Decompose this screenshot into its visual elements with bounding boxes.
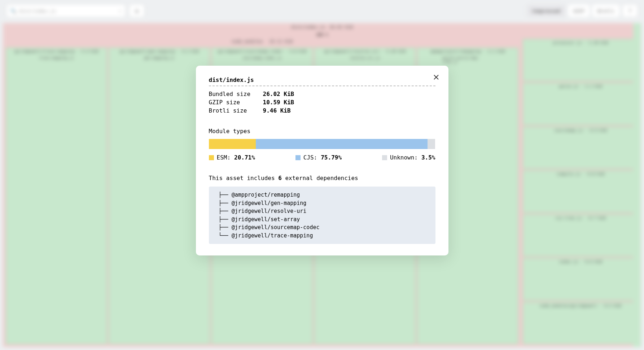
legend-item: ESM: 20.71% <box>209 154 255 161</box>
module-types-label: Module types <box>209 128 435 135</box>
size-label: Brotli size <box>209 107 263 114</box>
legend-item: Unknown: 3.5% <box>382 154 435 161</box>
root-name: dist/index.js <box>291 25 325 30</box>
treemap-box[interactable]: compile.js · 0.8 KiB <box>523 170 638 213</box>
nm-name: node_modules <box>232 39 263 44</box>
deps-count: 6 <box>278 175 282 181</box>
legend-value: 75.79% <box>321 154 342 161</box>
top-toolbar: 🔍 dist/index.js ✕ ⚙ Compressed GZIP Brot… <box>6 4 638 18</box>
clear-search-icon[interactable]: ✕ <box>119 8 122 14</box>
root-size: 26.02 KiB <box>329 25 353 30</box>
legend-value: 3.5% <box>421 154 435 161</box>
search-input[interactable]: 🔍 dist/index.js ✕ <box>6 4 126 17</box>
size-value: 9.46 KiB <box>263 107 291 114</box>
treemap-box[interactable]: sourcemap.js · 0.9 KiB <box>523 127 638 169</box>
size-value: 26.02 KiB <box>263 91 294 97</box>
legend-swatch <box>209 155 214 160</box>
bar-segment-esm <box>209 139 256 149</box>
deps-tree: ├── @ampproject/remapping ├── @jridgewel… <box>209 187 435 244</box>
settings-icon-button[interactable]: ⚙ <box>129 4 144 17</box>
treemap-box[interactable]: @jridgewell/trace-mapping · 5.4 KiBtrace… <box>6 48 107 344</box>
tab-gzip[interactable]: GZIP <box>568 5 590 17</box>
deps-summary: This asset includes 6 external dependenc… <box>209 175 435 181</box>
close-icon <box>433 74 439 80</box>
treemap-box[interactable]: css-tree.js · 0.7 KiB <box>523 214 638 257</box>
help-icon-button[interactable]: ? <box>622 4 638 17</box>
bar-segment-unknown <box>428 139 435 149</box>
treemap-box[interactable]: @jridgewell/gen-mapping · 4.2 KiBgen-map… <box>109 48 210 344</box>
legend-item: CJS: 75.79% <box>295 154 342 161</box>
tab-compressed[interactable]: Compressed <box>527 5 565 17</box>
size-row: Brotli size9.46 KiB <box>209 107 435 114</box>
legend-label: Unknown: <box>390 154 418 161</box>
bar-segment-cjs <box>256 139 428 149</box>
asset-details-modal: dist/index.js Bundled size26.02 KiBGZIP … <box>196 66 448 255</box>
root-pct: 100 % <box>316 32 328 37</box>
search-value: dist/index.js <box>19 8 56 14</box>
legend-swatch <box>382 155 387 160</box>
legend-label: CJS: <box>303 154 317 161</box>
nm-size: 19.11 KiB <box>269 39 293 44</box>
treemap-side-strip <box>633 23 641 347</box>
size-label: GZIP size <box>209 99 263 106</box>
size-row: GZIP size10.59 KiB <box>209 99 435 106</box>
size-label: Bundled size <box>209 91 263 97</box>
module-types-bar <box>209 139 435 149</box>
modal-title: dist/index.js <box>209 76 435 83</box>
module-types-legend: ESM: 20.71%CJS: 75.79%Unknown: 3.5% <box>209 154 435 161</box>
size-value: 10.59 KiB <box>263 99 294 106</box>
legend-label: ESM: <box>217 154 231 161</box>
legend-swatch <box>295 155 301 160</box>
legend-value: 20.71% <box>234 154 255 161</box>
treemap-box[interactable]: index.js · 0.6 KiB <box>523 258 638 300</box>
tab-brotli[interactable]: Brotli <box>592 5 619 17</box>
divider <box>209 86 435 86</box>
search-icon: 🔍 <box>10 8 16 14</box>
treemap-box[interactable]: node_modules/@jridgewell · 0.5 KiB <box>523 302 638 344</box>
treemap-box[interactable]: parse.js · 1.1 KiB <box>523 83 638 125</box>
deps-suffix: external dependencies <box>282 175 358 181</box>
treemap-box[interactable]: processor.js · 1.34 KiB <box>523 39 638 81</box>
deps-prefix: This asset includes <box>209 175 279 181</box>
size-row: Bundled size26.02 KiB <box>209 91 435 97</box>
close-button[interactable] <box>431 72 441 82</box>
